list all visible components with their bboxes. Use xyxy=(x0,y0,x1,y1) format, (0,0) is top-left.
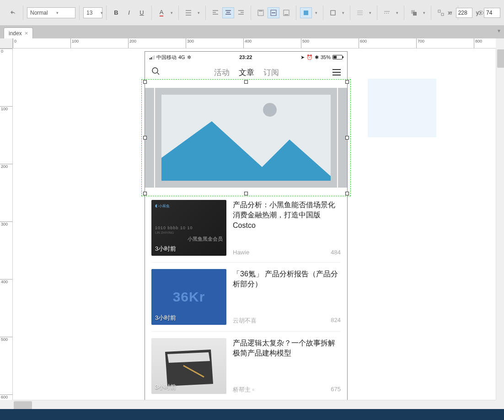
search-icon[interactable] xyxy=(151,67,161,78)
carrier-label: 中国移动 xyxy=(156,54,177,61)
app-nav-bar: 活动 文章 订阅 xyxy=(145,63,347,82)
thumb-logo: 36Kr xyxy=(173,289,205,305)
resize-handle-ml[interactable] xyxy=(143,136,147,140)
article-count: 484 xyxy=(331,249,341,256)
format-toolbar: Normal▾ 13▾ B I U A ▾ ▾ ▾ ▾ ▾ ▾ xyxy=(0,0,504,26)
battery-icon xyxy=(332,55,343,59)
signal-icon xyxy=(150,55,155,59)
border-color-chevron[interactable]: ▾ xyxy=(340,7,346,18)
article-author: 云胡不喜 xyxy=(233,317,257,325)
line-style-chevron[interactable]: ▾ xyxy=(394,7,400,18)
nav-tab-subscribe[interactable]: 订阅 xyxy=(263,67,279,78)
text-color-chevron[interactable]: ▾ xyxy=(168,7,175,18)
group-button[interactable] xyxy=(435,7,447,18)
svg-rect-7 xyxy=(438,10,440,12)
tab-close-icon[interactable]: × xyxy=(25,30,28,37)
fill-color-button[interactable] xyxy=(300,7,312,18)
arrange-chevron[interactable]: ▾ xyxy=(421,7,427,18)
network-label: 4G xyxy=(178,54,185,60)
svg-rect-4 xyxy=(331,11,335,15)
valign-top-button[interactable] xyxy=(255,7,267,18)
article-author: Hawie xyxy=(233,249,249,256)
border-color-button[interactable] xyxy=(327,7,339,18)
align-center-button[interactable] xyxy=(222,7,234,18)
canvas[interactable]: 中国移动 4G ✲ 23:22 ➤ ⏰ ✱ 35% 活动 文章 xyxy=(13,48,496,400)
status-time: 23:22 xyxy=(239,54,252,60)
article-title: 产品分析：小黑鱼能否借场景化消费金融热潮，打造中国版Costco xyxy=(233,200,341,231)
article-title: 产品逻辑太复杂？一个故事拆解极简产品建构模型 xyxy=(233,338,341,359)
image-placeholder-icon xyxy=(161,95,331,181)
time-badge: 3小时前 xyxy=(155,383,176,391)
resize-handle-bl[interactable] xyxy=(143,192,147,195)
alarm-icon: ⏰ xyxy=(306,54,313,60)
time-badge: 3小时前 xyxy=(155,245,176,253)
font-size-dropdown[interactable]: 13▾ xyxy=(83,7,102,18)
svg-rect-3 xyxy=(304,11,308,15)
document-tabs: index × ▼ xyxy=(0,26,504,38)
line-style-button[interactable] xyxy=(381,7,393,18)
vertical-scrollbar[interactable] xyxy=(496,48,504,400)
article-thumbnail: ◐小黑鱼 1010 bbbb 10 10 LIN ZHIYING 小黑鱼黑金会员… xyxy=(151,200,226,256)
line-height-chevron[interactable]: ▾ xyxy=(195,7,202,18)
vertical-ruler: 0100200300400500600 xyxy=(0,48,13,400)
mobile-mockup[interactable]: 中国移动 4G ✲ 23:22 ➤ ⏰ ✱ 35% 活动 文章 xyxy=(145,51,348,400)
side-panel-placeholder[interactable] xyxy=(368,79,436,137)
tabs-overflow-icon[interactable]: ▼ xyxy=(497,28,501,33)
article-title: 「36氪」 产品分析报告（产品分析部分） xyxy=(233,269,341,290)
y-label: y: xyxy=(476,10,480,16)
article-thumbnail: 36Kr 3小时前 xyxy=(151,269,226,325)
x-label: x: xyxy=(448,10,452,16)
svg-point-12 xyxy=(152,68,158,73)
italic-button[interactable]: I xyxy=(123,7,135,18)
arrange-button[interactable] xyxy=(408,7,420,18)
ruler-corner xyxy=(0,38,13,48)
x-coord-input[interactable] xyxy=(456,8,472,18)
status-bar: 中国移动 4G ✲ 23:22 ➤ ⏰ ✱ 35% xyxy=(145,52,347,63)
valign-middle-button[interactable] xyxy=(268,7,279,18)
bold-button[interactable]: B xyxy=(110,7,122,18)
horizontal-scrollbar[interactable] xyxy=(13,400,496,409)
article-author: 桥帮主 ▫ xyxy=(233,386,254,394)
menu-icon[interactable] xyxy=(332,69,341,75)
article-list: ◐小黑鱼 1010 bbbb 10 10 LIN ZHIYING 小黑鱼黑金会员… xyxy=(145,194,347,400)
article-count: 675 xyxy=(331,386,341,394)
align-left-button[interactable] xyxy=(209,7,221,18)
tab-index[interactable]: index × xyxy=(4,27,33,38)
hero-carousel[interactable] xyxy=(145,82,347,194)
paragraph-style-dropdown[interactable]: Normal▾ xyxy=(27,7,75,18)
article-count: 824 xyxy=(331,317,341,325)
line-width-button[interactable] xyxy=(354,7,366,18)
time-badge: 3小时前 xyxy=(155,314,176,322)
app-footer xyxy=(0,409,504,420)
loading-icon: ✲ xyxy=(187,54,191,60)
line-height-button[interactable] xyxy=(182,7,194,18)
resize-handle-bc[interactable] xyxy=(244,192,248,195)
valign-bottom-button[interactable] xyxy=(280,7,292,18)
workspace: 0100200300400500600700800 01002003004005… xyxy=(0,38,504,409)
article-item[interactable]: ◐小黑鱼 1010 bbbb 10 10 LIN ZHIYING 小黑鱼黑金会员… xyxy=(151,194,341,263)
undo-button[interactable] xyxy=(7,7,19,18)
location-icon: ➤ xyxy=(300,54,305,60)
svg-rect-6 xyxy=(413,12,417,16)
nav-tab-article[interactable]: 文章 xyxy=(239,67,254,78)
article-item[interactable]: 36Kr 3小时前 「36氪」 产品分析报告（产品分析部分） 云胡不喜 824 xyxy=(151,263,341,332)
resize-handle-tc[interactable] xyxy=(244,80,248,84)
article-item[interactable]: 3小时前 产品逻辑太复杂？一个故事拆解极简产品建构模型 桥帮主 ▫ 675 xyxy=(151,332,341,400)
svg-rect-8 xyxy=(441,13,444,16)
resize-handle-mr[interactable] xyxy=(345,136,349,140)
fill-color-chevron[interactable]: ▾ xyxy=(313,7,319,18)
resize-handle-tl[interactable] xyxy=(143,80,147,84)
bluetooth-icon: ✱ xyxy=(315,54,319,60)
article-thumbnail: 3小时前 xyxy=(151,338,226,394)
align-right-button[interactable] xyxy=(235,7,247,18)
line-width-chevron[interactable]: ▾ xyxy=(367,7,373,18)
text-color-button[interactable]: A xyxy=(155,7,167,18)
nav-tab-activity[interactable]: 活动 xyxy=(214,67,230,78)
nav-tabs: 活动 文章 订阅 xyxy=(214,67,279,78)
underline-button[interactable]: U xyxy=(136,7,148,18)
horizontal-ruler: 0100200300400500600700800 xyxy=(13,38,496,48)
resize-handle-tr[interactable] xyxy=(345,80,349,84)
coordinates-display: x: y: xyxy=(448,8,500,18)
resize-handle-br[interactable] xyxy=(345,192,349,195)
y-coord-input[interactable] xyxy=(484,8,500,18)
